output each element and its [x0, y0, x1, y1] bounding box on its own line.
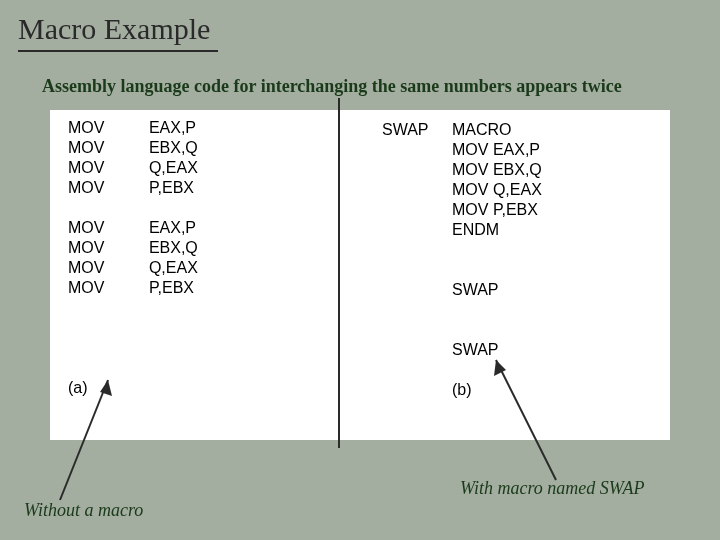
slide-title: Macro Example — [18, 12, 210, 46]
caption-with-macro: With macro named SWAP — [460, 478, 645, 499]
slide-subtitle: Assembly language code for interchanging… — [42, 76, 622, 97]
code-column-b-body: MACRO MOV EAX,P MOV EBX,Q MOV Q,EAX MOV … — [452, 120, 542, 400]
vertical-divider — [338, 98, 340, 448]
caption-without-macro: Without a macro — [24, 500, 143, 521]
code-column-a: MOV EAX,P MOV EBX,Q MOV Q,EAX MOV P,EBX … — [68, 118, 198, 398]
code-column-b-label: SWAP — [382, 120, 429, 140]
title-underline — [18, 50, 218, 52]
